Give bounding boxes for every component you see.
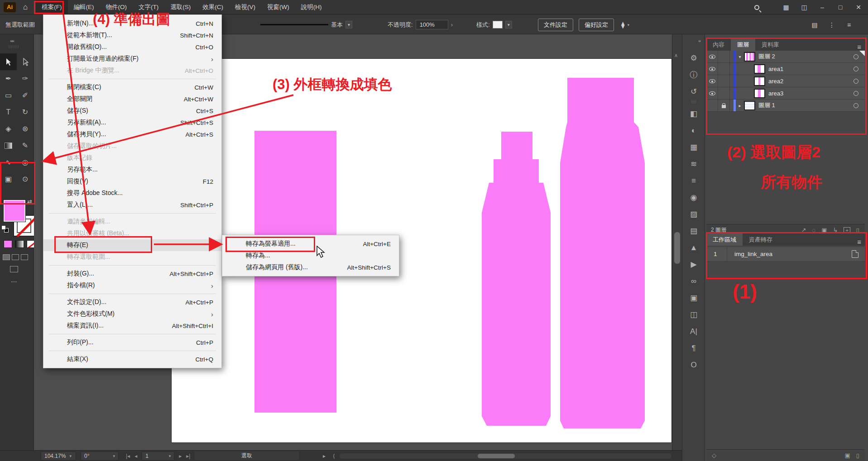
opentype-panel-icon[interactable]: O <box>682 356 705 373</box>
chevron-down-icon[interactable]: ▾ <box>345 21 352 29</box>
layer-row-area1[interactable]: area1 <box>706 63 865 75</box>
layer-thumbnail[interactable] <box>754 89 765 98</box>
lock-column[interactable] <box>718 87 730 99</box>
width-tool[interactable]: ∿ <box>0 154 17 171</box>
menubar-item-檔案F[interactable]: 檔案(F) <box>36 0 67 14</box>
menubar-item-效果C[interactable]: 效果(C) <box>197 0 229 14</box>
file-menu-item[interactable]: 從範本新增(T)...Shift+Ctrl+N <box>43 29 221 41</box>
zoom-level-control[interactable]: 104.17% ▾ <box>41 451 76 461</box>
hamburger-menu-icon[interactable]: ≡ <box>845 21 853 29</box>
appearance-panel-icon[interactable]: ▤ <box>682 223 705 239</box>
layer-row-area2[interactable]: area2 <box>706 75 865 87</box>
file-menu-item[interactable]: 關閉檔案(C)Ctrl+W <box>43 81 221 93</box>
file-menu-item[interactable]: 邀請參與編輯... <box>43 216 221 228</box>
style-swatch[interactable] <box>493 21 503 29</box>
delete-layer-icon[interactable]: ▯ <box>856 227 859 233</box>
expand-panels-icon[interactable]: » <box>698 38 701 43</box>
screen-mode-button[interactable] <box>10 266 18 272</box>
chevron-down-icon[interactable]: ▾ <box>505 21 512 29</box>
export-submenu-item[interactable]: 轉存為... <box>222 250 399 261</box>
file-menu-item[interactable]: 版本記錄 <box>43 152 221 164</box>
file-menu-item[interactable]: 封裝(G)...Alt+Shift+Ctrl+P <box>43 268 221 280</box>
pink-bottle-shape-right[interactable] <box>560 78 645 428</box>
target-circle-icon[interactable] <box>854 91 858 96</box>
menubar-item-視窗W[interactable]: 視窗(W) <box>261 0 295 14</box>
symbol-sprayer-tool[interactable]: ⊛ <box>17 120 34 137</box>
visibility-toggle[interactable] <box>706 63 718 75</box>
last-artboard-icon[interactable]: ▸| <box>186 453 190 459</box>
file-menu-item[interactable]: 檔案資訊(I)...Alt+Shift+Ctrl+I <box>43 320 221 332</box>
maximize-button[interactable]: □ <box>836 4 844 11</box>
file-menu-item[interactable]: 轉存選取範圍... <box>43 251 221 263</box>
next-artboard-icon[interactable]: ▸ <box>179 453 182 459</box>
actions-panel-icon[interactable]: ▶ <box>682 256 705 273</box>
file-menu-item[interactable]: 全部關閉Alt+Ctrl+W <box>43 93 221 105</box>
tab-內容[interactable]: 內容 <box>706 38 731 51</box>
file-menu-item[interactable]: 另存新檔(A)...Shift+Ctrl+S <box>43 117 221 128</box>
layer-row-圖層2[interactable]: ▾圖層 2 <box>706 51 865 63</box>
stroke-style-control[interactable]: 基本 ▾ <box>260 15 352 34</box>
document-setup-button[interactable]: 文件設定 <box>538 19 573 31</box>
links-panel-icon[interactable]: ∞ <box>682 273 705 290</box>
horizontal-scrollbar[interactable] <box>340 453 671 459</box>
panel-menu-icon[interactable]: ≡ <box>857 43 865 51</box>
dots-icon[interactable]: ⋮ <box>828 21 836 29</box>
file-menu-item[interactable]: 儲存(S)Ctrl+S <box>43 105 221 117</box>
gradient-button[interactable] <box>15 240 24 248</box>
character-panel-icon[interactable]: A| <box>682 323 705 340</box>
new-layer-icon[interactable]: + <box>844 227 850 233</box>
delete-artboard-icon[interactable]: ▯ <box>856 452 859 459</box>
brushes-panel-icon[interactable]: ≋ <box>682 156 705 172</box>
artboard-navigation[interactable]: 1 ▾ <box>142 451 174 461</box>
direct-selection-tool[interactable] <box>17 53 34 70</box>
layer-row-圖層1[interactable]: ▸圖層 1 <box>706 100 865 112</box>
target-circle-icon[interactable] <box>854 103 858 108</box>
draw-normal-mode[interactable] <box>3 254 10 260</box>
rotate-tool[interactable]: ↻ <box>17 104 34 120</box>
target-circle-icon[interactable] <box>854 79 858 84</box>
visibility-toggle[interactable] <box>706 51 718 62</box>
draw-behind-mode[interactable] <box>12 254 19 260</box>
artboards-panel-panel-icon[interactable]: ▣ <box>682 290 705 306</box>
lock-column[interactable] <box>718 75 730 87</box>
visibility-toggle[interactable] <box>706 75 718 87</box>
play-icon[interactable]: ▸ <box>323 453 326 459</box>
artboard-page-icon[interactable] <box>852 250 858 258</box>
file-menu-item[interactable]: 在 Bridge 中瀏覽...Alt+Ctrl+O <box>43 65 221 76</box>
artboard-row[interactable]: 1img_link_area <box>706 247 865 261</box>
eyedropper-tool[interactable]: ✎ <box>17 137 34 154</box>
collapse-icon[interactable]: ⟨ <box>333 453 335 459</box>
default-fill-stroke-icon[interactable] <box>1 225 9 233</box>
transparency-panel-icon[interactable]: ▨ <box>682 206 705 223</box>
selection-tool[interactable] <box>0 53 17 70</box>
first-artboard-icon[interactable]: |◂ <box>126 453 130 459</box>
make-clipping-mask-icon[interactable]: ▣ <box>821 227 827 233</box>
file-menu-item[interactable]: 列印(P)...Ctrl+P <box>43 337 221 348</box>
lock-column[interactable] <box>718 51 730 62</box>
new-artboard-icon[interactable]: ▣ <box>845 452 850 459</box>
layer-name[interactable]: area3 <box>768 90 783 97</box>
fill-color-swatch[interactable] <box>4 200 25 222</box>
file-menu-item[interactable]: 文件色彩模式(M)› <box>43 308 221 320</box>
file-menu-item[interactable]: 結束(X)Ctrl+Q <box>43 353 221 365</box>
minimize-button[interactable]: – <box>818 4 826 11</box>
chevron-down-icon[interactable]: ▾ <box>736 54 744 59</box>
scrollbar-thumb[interactable] <box>478 454 515 458</box>
opacity-stepper-icon[interactable]: › <box>451 21 453 28</box>
workspace-switcher-icon[interactable]: ▦ <box>782 4 790 11</box>
history-panel-icon[interactable]: ↺ <box>682 83 705 100</box>
tab-工作區域[interactable]: 工作區域 <box>706 233 743 246</box>
color-button[interactable] <box>4 240 12 248</box>
visibility-toggle[interactable] <box>706 87 718 99</box>
grid-icon[interactable]: ▤ <box>810 21 819 29</box>
layer-name[interactable]: 圖層 2 <box>758 52 775 61</box>
pen-tool[interactable]: ✒ <box>0 70 17 87</box>
info-panel-icon[interactable]: ⓘ <box>682 67 705 83</box>
file-menu-item[interactable]: 搜尋 Adobe Stock... <box>43 187 221 199</box>
paragraph-panel-icon[interactable]: ¶ <box>682 340 705 356</box>
flattener-control[interactable]: ⧫ ▾ <box>621 15 629 34</box>
home-icon[interactable]: ⌂ <box>23 3 28 12</box>
layer-thumbnail[interactable] <box>744 52 755 62</box>
shape-builder-tool[interactable]: ◎ <box>17 154 34 171</box>
tab-資料庫[interactable]: 資料庫 <box>755 38 786 51</box>
